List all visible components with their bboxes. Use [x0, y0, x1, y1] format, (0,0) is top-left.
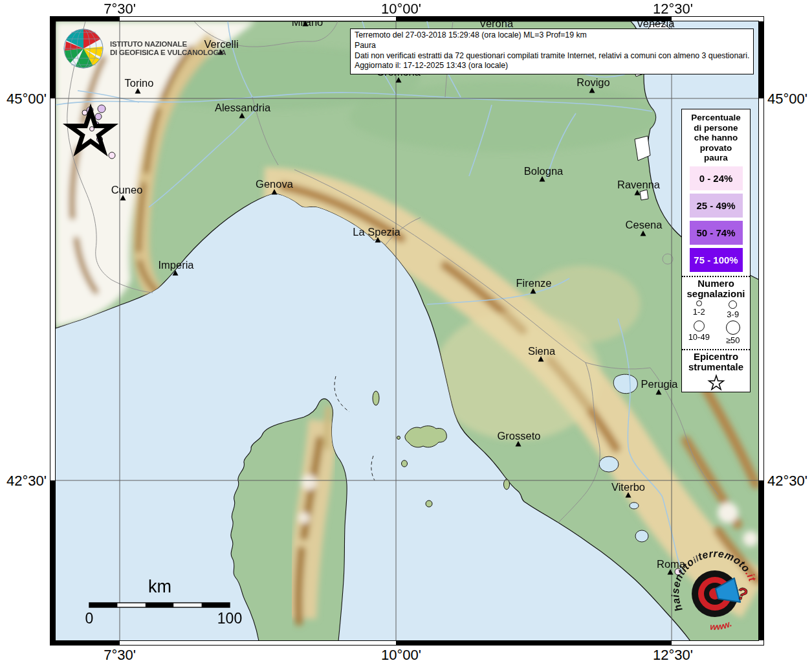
legend-title: Percentuale di persone che hanno provato… — [682, 113, 750, 163]
city-label: Alessandria — [215, 102, 271, 113]
count-circle-icon — [694, 320, 705, 332]
legend-class-label: 75 - 100% — [694, 254, 738, 265]
city-label: La Spezia — [353, 226, 401, 238]
axis-label-longitude: 12°30' — [653, 647, 693, 663]
legend-count-label: ≥50 — [726, 335, 740, 345]
legend-class-label: 25 - 49% — [696, 200, 735, 211]
scale-end-label: 100 — [208, 610, 251, 627]
city-label: Bologna — [524, 165, 564, 177]
legend-class-swatch: 25 - 49% — [690, 194, 743, 218]
map-area: MilanoVercelliTorinoCremonaVeronaVenezia… — [56, 16, 759, 641]
earthquake-felt-map-page: { "info_box": { "line1": "Terremoto del … — [0, 0, 812, 663]
axis-label-latitude: 45°00' — [767, 91, 807, 107]
axis-label-latitude: 42°30' — [767, 473, 807, 489]
legend-count-item: 1-2 — [682, 300, 716, 319]
axis-label-longitude: 10°00' — [381, 1, 421, 17]
felt-report-circle — [82, 110, 87, 115]
city-label: Torino — [125, 77, 154, 89]
scale-unit-label: km — [129, 577, 190, 597]
city-label: Cuneo — [111, 184, 143, 196]
ingv-globe-icon — [62, 27, 106, 70]
axis-label-longitude: 12°30' — [653, 1, 693, 17]
felt-report-circle — [98, 105, 105, 113]
legend-count-symbols: 1-23-910-49≥50 — [682, 299, 750, 345]
scale-start-label: 0 — [74, 610, 105, 627]
axis-label-longitude: 7°30' — [104, 1, 136, 17]
legend-count-label: 10-49 — [688, 332, 710, 342]
city-label: Rovigo — [576, 76, 609, 88]
legend-separator — [682, 276, 750, 277]
legend-count-label: 1-2 — [693, 307, 705, 317]
haisentitoilterremoto-logo: haisentitoilterremoto.it www. ? — [666, 549, 757, 646]
legend-count-label: 3-9 — [727, 309, 739, 319]
logo-www-text: www. — [710, 618, 734, 633]
felt-report-circle — [90, 127, 94, 131]
legend-class-swatch: 0 - 24% — [690, 166, 743, 190]
axis-label-latitude: 42°30' — [0, 473, 47, 489]
axis-label-longitude: 7°30' — [104, 647, 136, 663]
axis-label-longitude: 10°00' — [381, 647, 421, 663]
count-circle-icon — [696, 300, 702, 306]
city-label: Genova — [256, 178, 294, 190]
city-label: Imperia — [158, 259, 194, 271]
legend-class-swatch: 75 - 100% — [690, 248, 743, 272]
ingv-name: ISTITUTO NAZIONALE DI GEOFISICA E VULCAN… — [110, 40, 226, 57]
legend-class-label: 0 - 24% — [699, 173, 733, 184]
event-title: Terremoto del 27-03-2018 15:29:48 (ora l… — [355, 30, 749, 41]
ingv-logo: ISTITUTO NAZIONALE DI GEOFISICA E VULCAN… — [62, 27, 226, 70]
event-updated: Aggiornato il: 17-12-2025 13:43 (ora loc… — [355, 61, 749, 71]
legend-separator-2 — [682, 349, 750, 350]
city-label: Viterbo — [611, 481, 645, 493]
city-label: Grosseto — [498, 430, 541, 442]
legend-counts-title: Numero segnalazioni — [682, 278, 750, 299]
axis-label-latitude: 45°00' — [0, 91, 47, 107]
scale-bar — [89, 603, 230, 607]
legend-class-swatch: 50 - 74% — [690, 221, 743, 245]
felt-report-circle — [95, 113, 102, 120]
legend-count-item: 10-49 — [682, 320, 716, 345]
city-label: Cesena — [626, 219, 663, 230]
legend-epicenter-title: Epicentro strumentale — [682, 352, 750, 372]
count-circle-icon — [729, 300, 737, 309]
legend-class-label: 50 - 74% — [696, 227, 735, 238]
count-circle-icon — [726, 320, 740, 335]
epicenter-star-icon — [707, 374, 725, 392]
city-label: Ravenna — [617, 179, 661, 190]
city-label: Perugia — [641, 378, 679, 390]
city-label: Firenze — [516, 277, 551, 289]
city-label: Siena — [528, 345, 556, 357]
felt-report-circle — [109, 152, 115, 159]
legend-count-item: 3-9 — [716, 300, 751, 319]
event-data-note: Dati non verificati estratti da 72 quest… — [355, 51, 749, 62]
legend-color-classes: 0 - 24%25 - 49%50 - 74%75 - 100% — [682, 166, 750, 272]
legend-panel: Percentuale di persone che hanno provato… — [681, 109, 751, 392]
event-info-box: Terremoto del 27-03-2018 15:29:48 (ora l… — [350, 28, 754, 74]
event-effect: Paura — [355, 41, 749, 51]
legend-count-item: ≥50 — [716, 320, 751, 345]
